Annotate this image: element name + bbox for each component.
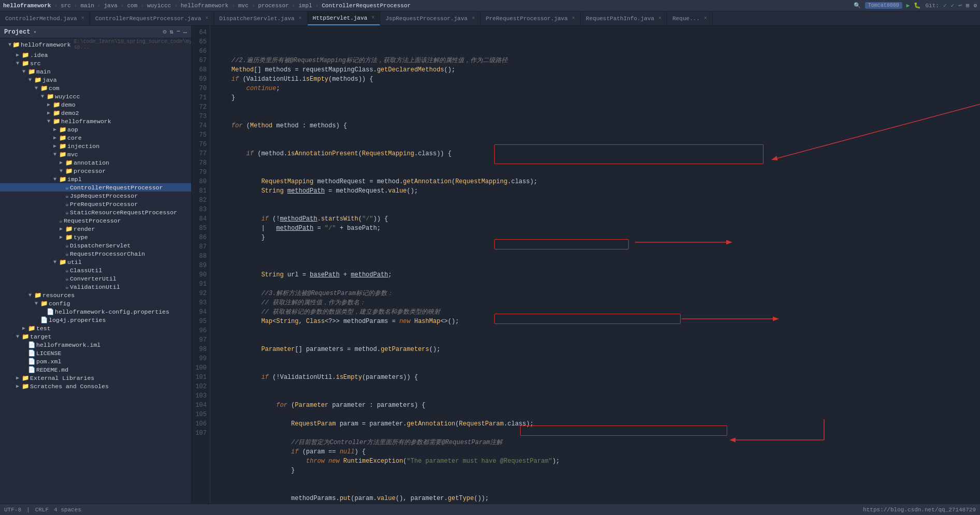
git-check2: ✓: [951, 2, 955, 9]
sidebar-item-dispatcher-servlet[interactable]: ☕ DispatcherServlet: [0, 241, 191, 249]
close-icon[interactable]: ×: [572, 16, 575, 21]
tab-label: JspRequestProcessor.java: [385, 16, 467, 22]
java-icon: ☕: [65, 283, 69, 290]
sidebar-header: Project ▾ ⚙ ⇅ − …: [0, 26, 191, 38]
code-area[interactable]: 64 65 66 67 68 69 70 71 72 73 74 75 76 7…: [192, 26, 980, 504]
editor: 64 65 66 67 68 69 70 71 72 73 74 75 76 7…: [192, 26, 980, 504]
search-icon: 🔍: [854, 2, 861, 9]
tab-controller-request-processor[interactable]: ControllerRequestProcessor.java ×: [90, 11, 214, 25]
close-icon[interactable]: ×: [658, 16, 661, 21]
close-icon[interactable]: ×: [472, 16, 475, 21]
main-layout: Project ▾ ⚙ ⇅ − … ▼ 📁 helloframework E:\…: [0, 26, 980, 504]
sidebar-item-log4j[interactable]: 📄 log4j.properties: [0, 316, 191, 324]
sidebar-item-test[interactable]: ▶ 📁 test: [0, 324, 191, 332]
sidebar-item-controller-request-processor[interactable]: ☕ ControllerRequestProcessor: [0, 183, 191, 192]
folder-icon: 📁: [40, 300, 48, 307]
tab-controller-method[interactable]: ControllerMethod.java ×: [0, 11, 90, 25]
tab-dispatcher-servlet[interactable]: DispatcherServlet.java ×: [214, 11, 307, 25]
sidebar-item-label: injection: [67, 143, 99, 150]
tomcat-label: Tomcat8080: [865, 2, 902, 9]
path-java: java: [104, 3, 117, 9]
folder-icon: 📁: [59, 151, 66, 158]
debug-icon[interactable]: 🐛: [914, 2, 921, 9]
sidebar-item-render[interactable]: ▶ 📁 render: [0, 225, 191, 233]
sidebar-item-core[interactable]: ▶ 📁 core: [0, 134, 191, 142]
folder-icon: 📁: [12, 41, 20, 48]
sidebar-item-wuyiccc[interactable]: ▼ 📁 wuyiccc: [0, 92, 191, 100]
sidebar-item-com[interactable]: ▼ 📁 com: [0, 84, 191, 92]
sidebar-item-helloframework-root[interactable]: ▼ 📁 helloframework E:\code_learn\10_spri…: [0, 38, 191, 51]
expand-arrow: ▼: [21, 69, 27, 75]
sidebar-item-pom[interactable]: 📄 pom.xml: [0, 357, 191, 365]
close-icon[interactable]: ×: [371, 15, 374, 21]
sidebar-item-request-processor-chain[interactable]: ☕ RequestProcessorChain: [0, 249, 191, 258]
java-icon: ☕: [65, 242, 69, 249]
sidebar-item-class-util[interactable]: ☕ ClassUtil: [0, 266, 191, 274]
sidebar-item-label: annotation: [74, 159, 109, 166]
sidebar-item-util[interactable]: ▼ 📁 util: [0, 258, 191, 266]
tab-label: ControllerMethod.java: [5, 16, 77, 22]
folder-icon: 📁: [34, 76, 41, 83]
sidebar-item-request-processor[interactable]: ☕ RequestProcessor: [0, 216, 191, 225]
sidebar-item-scratches[interactable]: ▶ 📁 Scratches and Consoles: [0, 382, 191, 390]
sidebar-item-java[interactable]: ▼ 📁 java: [0, 76, 191, 84]
tab-pre-request-processor[interactable]: PreRequestProcessor.java ×: [481, 11, 581, 25]
sidebar-item-redeme[interactable]: 📄 REDEME.md: [0, 365, 191, 374]
sidebar-item-label: RequestProcessor: [64, 217, 121, 224]
sidebar-item-demo[interactable]: ▶ 📁 demo: [0, 100, 191, 109]
sidebar-item-license[interactable]: 📄 LICENSE: [0, 349, 191, 357]
tab-jsp-request-processor[interactable]: JspRequestProcessor.java ×: [380, 11, 480, 25]
sidebar-item-external-libraries[interactable]: ▶ 📁 External Libraries: [0, 374, 191, 382]
more-icon[interactable]: …: [183, 28, 187, 36]
sidebar-item-src[interactable]: ▼ 📁 src: [0, 59, 191, 67]
undo-icon[interactable]: ↩: [958, 2, 962, 9]
sidebar-item-helloframework-iml[interactable]: 📄 helloframework.iml: [0, 341, 191, 349]
folder-icon: 📁: [22, 374, 29, 381]
path-sep1: ›: [54, 3, 57, 9]
sidebar-item-mvc[interactable]: ▼ 📁 mvc: [0, 150, 191, 158]
sidebar-item-type[interactable]: ▶ 📁 type: [0, 233, 191, 241]
sidebar-item-config[interactable]: ▼ 📁 config: [0, 299, 191, 307]
sidebar-item-processor[interactable]: ▼ 📁 processor: [0, 167, 191, 175]
sidebar-item-pre-request-processor[interactable]: ☕ PreRequestProcessor: [0, 200, 191, 208]
sidebar-item-idea[interactable]: ▶ 📁 .idea: [0, 51, 191, 59]
sidebar-item-jsp-request-processor[interactable]: ☕ JspRequestProcessor: [0, 192, 191, 200]
close-icon[interactable]: ×: [205, 16, 208, 21]
tab-reque[interactable]: Reque... ×: [667, 11, 713, 25]
sidebar-item-impl[interactable]: ▼ 📁 impl: [0, 175, 191, 183]
sidebar-item-validation-util[interactable]: ☕ ValidationUtil: [0, 283, 191, 291]
sidebar-item-converter-util[interactable]: ☕ ConverterUtil: [0, 274, 191, 283]
sidebar-item-target[interactable]: ▼ 📁 target: [0, 332, 191, 341]
dropdown-icon[interactable]: ▾: [33, 29, 36, 35]
sidebar-item-label: .idea: [30, 52, 48, 58]
close-icon[interactable]: ×: [81, 16, 84, 21]
sidebar-item-resources[interactable]: ▼ 📁 resources: [0, 291, 191, 299]
xml-icon: 📄: [28, 358, 35, 365]
settings-icon[interactable]: ⚙: [973, 2, 977, 9]
code-content[interactable]: //2.遍历类里所有被@RequestMapping标记的方法，获取方法上面该注…: [210, 26, 980, 504]
sort-icon[interactable]: ⇅: [169, 28, 173, 36]
collapse-icon[interactable]: −: [177, 28, 180, 36]
sidebar-item-demo2[interactable]: ▶ 📁 demo2: [0, 109, 191, 117]
gear-icon[interactable]: ⚙: [163, 28, 166, 36]
tab-httpservlet[interactable]: HttpServlet.java ×: [308, 11, 381, 25]
sidebar-item-label: render: [74, 226, 95, 232]
expand-arrow: ▶: [15, 375, 21, 381]
sidebar-item-label: REDEME.md: [36, 366, 68, 373]
run-icon[interactable]: ▶: [906, 2, 910, 9]
sidebar-item-helloframework[interactable]: ▼ 📁 helloframework: [0, 117, 191, 125]
sidebar-item-main[interactable]: ▼ 📁 main: [0, 67, 191, 76]
sidebar-item-injection[interactable]: ▶ 📁 injection: [0, 142, 191, 150]
sidebar-item-helloframework-config[interactable]: 📄 helloframework-config.properties: [0, 307, 191, 316]
layout-icon[interactable]: ⊞: [966, 2, 970, 9]
java-icon: ☕: [65, 192, 69, 199]
sidebar-item-aop[interactable]: ▶ 📁 aop: [0, 125, 191, 134]
expand-arrow: ▶: [15, 383, 21, 389]
close-icon[interactable]: ×: [704, 16, 707, 21]
sidebar-item-label: impl: [67, 176, 82, 183]
close-icon[interactable]: ×: [299, 16, 302, 21]
sidebar-item-label: com: [49, 85, 60, 92]
sidebar-item-static-resource-request-processor[interactable]: ☕ StaticResourceRequestProcessor: [0, 208, 191, 216]
tab-request-path-info[interactable]: RequestPathInfo.java ×: [581, 11, 667, 25]
sidebar-item-annotation[interactable]: ▶ 📁 annotation: [0, 158, 191, 167]
